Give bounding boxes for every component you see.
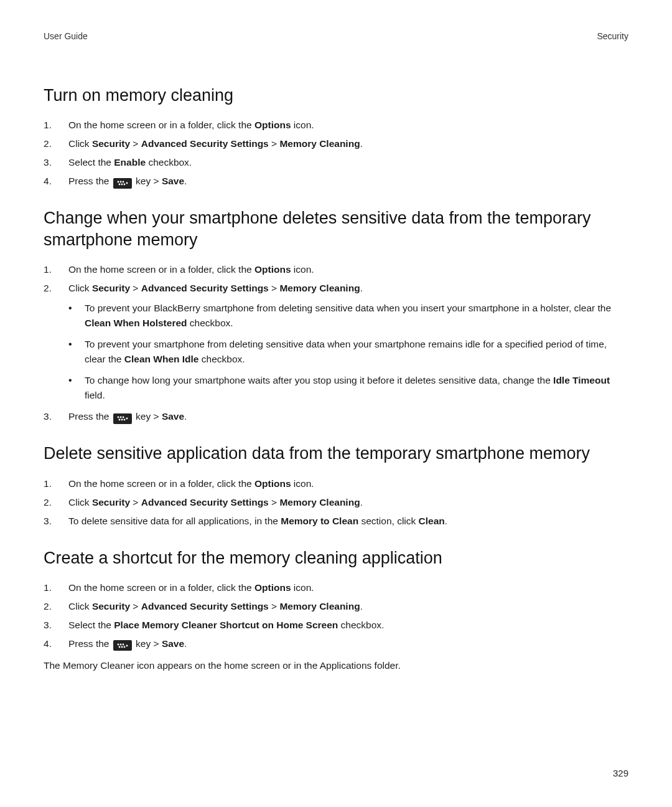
bold: Clean xyxy=(419,516,445,526)
svg-point-12 xyxy=(123,419,125,421)
bold: Options xyxy=(254,478,291,489)
text: checkbox. xyxy=(187,318,233,328)
bold: Options xyxy=(254,264,291,275)
page-number: 329 xyxy=(613,768,628,778)
text: icon. xyxy=(291,120,314,130)
step: Click Security > Advanced Security Setti… xyxy=(44,136,628,151)
text: icon. xyxy=(291,478,314,489)
steps-3: On the home screen or in a folder, click… xyxy=(44,476,628,529)
bold: Place Memory Cleaner Shortcut on Home Sc… xyxy=(114,620,338,630)
header-left: User Guide xyxy=(44,31,88,41)
step: Press the key > Save. xyxy=(44,174,628,189)
svg-point-14 xyxy=(117,643,119,645)
text: key > xyxy=(133,638,162,649)
step: Select the Place Memory Cleaner Shortcut… xyxy=(44,618,628,633)
text: . xyxy=(184,411,187,422)
svg-point-20 xyxy=(126,644,128,646)
svg-point-0 xyxy=(117,181,119,183)
svg-point-13 xyxy=(126,418,128,420)
bold: Options xyxy=(254,120,291,130)
bold: Enable xyxy=(114,157,146,168)
text: > xyxy=(269,283,280,293)
text: key > xyxy=(133,411,162,422)
step: To delete sensitive data for all applica… xyxy=(44,514,628,529)
svg-point-2 xyxy=(122,181,124,183)
text: . xyxy=(360,601,363,611)
step: Click Security > Advanced Security Setti… xyxy=(44,495,628,510)
svg-point-8 xyxy=(119,417,121,418)
svg-point-6 xyxy=(126,182,128,184)
text: Click xyxy=(68,601,92,611)
header-right: Security xyxy=(597,31,628,41)
page-header: User Guide Security xyxy=(44,31,628,41)
text: . xyxy=(360,283,363,293)
page: User Guide Security Turn on memory clean… xyxy=(0,0,672,807)
bold: Advanced Security Settings xyxy=(141,601,269,611)
text: > xyxy=(269,138,280,149)
text: checkbox. xyxy=(198,354,245,364)
text: checkbox. xyxy=(338,620,384,630)
svg-point-10 xyxy=(118,419,120,421)
text: Press the xyxy=(68,411,112,422)
steps-2b: Press the key > Save. xyxy=(44,409,628,424)
text: Press the xyxy=(68,638,112,649)
bold: Options xyxy=(254,582,291,593)
text: > xyxy=(269,601,280,611)
blackberry-key-icon xyxy=(113,640,132,651)
svg-point-11 xyxy=(121,419,123,421)
bold: Memory Cleaning xyxy=(279,138,360,149)
svg-point-9 xyxy=(122,417,124,418)
step: On the home screen or in a folder, click… xyxy=(44,476,628,491)
text: > xyxy=(130,601,141,611)
text: On the home screen or in a folder, click… xyxy=(68,264,254,275)
step: Select the Enable checkbox. xyxy=(44,155,628,170)
text: field. xyxy=(85,390,105,400)
bold: Advanced Security Settings xyxy=(141,138,269,149)
bold: Save xyxy=(162,176,184,186)
section-title-2: Change when your smartphone deletes sens… xyxy=(44,207,628,251)
text: To delete sensitive data for all applica… xyxy=(68,516,281,526)
text: . xyxy=(184,638,187,649)
svg-point-17 xyxy=(118,646,120,648)
bold: Idle Timeout xyxy=(553,375,610,385)
text: . xyxy=(360,138,363,149)
step: Click Security > Advanced Security Setti… xyxy=(44,281,628,296)
text: . xyxy=(445,516,447,526)
text: > xyxy=(269,497,280,507)
step: Click Security > Advanced Security Setti… xyxy=(44,599,628,614)
bold: Clean When Holstered xyxy=(85,318,187,328)
blackberry-key-icon xyxy=(113,178,132,189)
svg-point-16 xyxy=(122,643,124,645)
svg-point-15 xyxy=(119,643,121,645)
svg-point-5 xyxy=(123,184,125,186)
bold: Memory Cleaning xyxy=(279,283,360,293)
section-title-3: Delete sensitive application data from t… xyxy=(44,443,628,465)
text: > xyxy=(130,138,141,149)
text: icon. xyxy=(291,582,314,593)
step: On the home screen or in a folder, click… xyxy=(44,262,628,277)
svg-point-7 xyxy=(117,417,119,418)
svg-point-1 xyxy=(119,181,121,183)
svg-point-4 xyxy=(121,184,123,186)
bold: Advanced Security Settings xyxy=(141,283,269,293)
bold: Memory to Clean xyxy=(281,516,358,526)
section-title-1: Turn on memory cleaning xyxy=(44,85,628,106)
text: Select the xyxy=(68,157,114,168)
blackberry-key-icon xyxy=(113,413,132,424)
step: Press the key > Save. xyxy=(44,636,628,651)
bold: Memory Cleaning xyxy=(279,497,360,507)
bold: Clean When Idle xyxy=(124,354,199,364)
text: On the home screen or in a folder, click… xyxy=(68,582,254,593)
bold: Security xyxy=(92,497,130,507)
bold: Save xyxy=(162,411,184,422)
text: > xyxy=(130,497,141,507)
text: Click xyxy=(68,497,92,507)
text: On the home screen or in a folder, click… xyxy=(68,120,254,130)
steps-1: On the home screen or in a folder, click… xyxy=(44,118,628,189)
note: The Memory Cleaner icon appears on the h… xyxy=(44,660,628,671)
text: To change how long your smartphone waits… xyxy=(85,375,553,385)
bold: Security xyxy=(92,283,130,293)
bullet: To change how long your smartphone waits… xyxy=(68,373,628,403)
text: Press the xyxy=(68,176,112,186)
text: icon. xyxy=(291,264,314,275)
